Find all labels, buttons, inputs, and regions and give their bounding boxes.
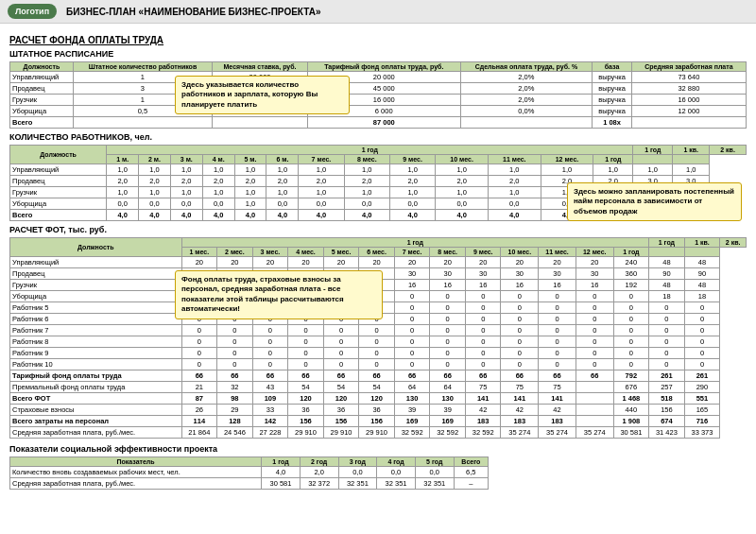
table-row: Уборщица 0,5 12 000 6 000 0,0% выручка 1… [10,106,747,117]
workers-count-title: КОЛИЧЕСТВО РАБОТНИКОВ, чел. [9,132,747,142]
col-monthly-rate: Месячная ставка, руб. [213,62,308,72]
table-row: Работник 9 000000000000000 [10,348,747,359]
col-position: Должность [10,62,74,72]
table-row: Управляющий 1,01,01,01,01,01,01,01,01,01… [10,164,747,176]
col-year1: 1 год [262,457,301,467]
fot-title: РАСЧЕТ ФОТ, тыс. руб. [9,225,747,234]
col-avg-salary: Средняя заработная плата [631,62,746,72]
col-piece-pct: Сдельная оплата труда, руб. % [460,62,593,72]
insurance-row: Страховые взносы 26293336363639394242424… [10,405,747,416]
table-row: Средняя заработная плата, руб./мес. 30 5… [10,478,489,490]
table-row: Управляющий 2020202020202020202020202404… [10,257,747,268]
main-content: РАСЧЕТ ФОНДА ОПЛАТЫ ТРУДА ШТАТНОЕ РАСПИС… [0,24,756,495]
staff-schedule-title: ШТАТНОЕ РАСПИСАНИЕ [9,49,747,59]
table-row: Продавец 3 15 000 45 000 2,0% выручка 32… [10,83,747,95]
top-bar: Логотип БИЗНЕС-ПЛАН «НАИМЕНОВАНИЕ БИЗНЕС… [0,0,756,24]
col-q2: 2 кв. [720,238,747,248]
avg-salary-row: Средняя заработная плата, руб./мес. 21 8… [10,427,747,439]
table-row: Работник 10 000000000000000 [10,359,747,370]
staff-schedule-table: Должность Штатное количество работников … [9,61,747,129]
fot-table: Должность 1 год 1 год 1 кв. 2 кв. 1 мес.… [9,237,747,439]
col-tariff-fund: Тарифный фонд оплаты труда, руб. [307,62,460,72]
col-position: Должность [10,238,182,257]
col-year1: 1 год [107,146,633,155]
table-row: Работник 8 000000000000000 [10,336,747,348]
callout-note3: Фонд оплаты труда, страховые взносы за п… [175,270,383,319]
indicators-section: Показатели социальной эффективности прое… [9,444,747,490]
col-position: Должность [10,146,107,164]
workers-count-section: Здесь можно запланировать постепенный на… [9,145,747,221]
col-q1: 1 кв. [684,238,720,248]
col-indicator: Показатель [10,457,262,467]
total-row: Всего 87 000 1 08х [10,117,747,129]
col-year4: 4 год [377,457,416,467]
fot-section: Фонд оплаты труда, страховые взносы за п… [9,237,747,439]
table-row: Количество вновь создаваемых рабочих мес… [10,467,489,478]
indicators-title: Показатели социальной эффективности прое… [9,444,747,454]
col-year1-total: 1 год [649,238,685,248]
indicators-table: Показатель 1 год 2 год 3 год 4 год 5 год… [9,456,489,490]
col-q1: 1 кв. [673,146,710,155]
col-year3: 3 год [338,457,377,467]
col-year2: 2 год [300,457,338,467]
table-row: Управляющий 1 20 000 20 000 2,0% выручка… [10,72,747,83]
table-row: Грузчик 1 16 000 16 000 2,0% выручка 16 … [10,95,747,106]
premium-fund-row: Премиальный фонд оплаты труда 2132435454… [10,382,747,393]
document-title: БИЗНЕС-ПЛАН «НАИМЕНОВАНИЕ БИЗНЕС-ПРОЕКТА… [66,7,320,17]
total-staff-costs-row: Всего затраты на персонал 11412814215615… [10,416,747,427]
col-staff-count: Штатное количество работников [73,62,212,72]
col-year1-header: 1 год [181,238,649,248]
col-piece-base: база [593,62,632,72]
col-year5: 5 год [415,457,454,467]
callout-note1: Здесь указывается количество работников … [175,76,350,114]
total-fot-row: Всего ФОТ 879810912012012013013014114114… [10,393,747,405]
logo-button[interactable]: Логотип [8,4,57,19]
callout-note2: Здесь можно запланировать постепенный на… [567,182,742,221]
tariff-fund-row: Тарифный фонд оплаты труда 6666666666666… [10,370,747,382]
page-title: РАСЧЕТ ФОНДА ОПЛАТЫ ТРУДА [9,35,747,45]
col-year1-total: 1 год [633,146,673,155]
table-row: Работник 7 000000000000000 [10,325,747,336]
staff-schedule-section: Должность Штатное количество работников … [9,61,747,129]
col-q2: 2 кв. [710,146,747,155]
col-total: Всего [454,457,488,467]
